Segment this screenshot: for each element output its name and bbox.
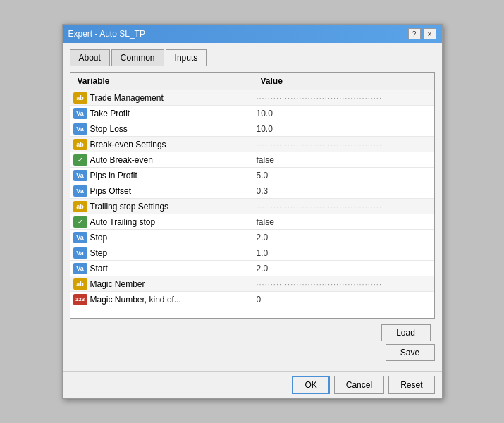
- variable-cell: VaPips in Profit: [70, 168, 254, 183]
- reset-button[interactable]: Reset: [388, 376, 434, 394]
- type-badge: Va: [73, 123, 87, 135]
- variable-name: Take Profit: [90, 109, 130, 118]
- variable-cell: ✓Auto Trailing stop: [70, 215, 254, 229]
- table-row[interactable]: abTrailing stop Settings················…: [70, 199, 434, 214]
- variable-name: Magic Number, kind of...: [90, 295, 181, 305]
- table-row[interactable]: VaPips Offset0.3: [70, 183, 434, 199]
- variable-cell: abMagic Nember: [70, 277, 254, 291]
- value-cell: ········································…: [254, 139, 434, 150]
- title-bar-buttons: ? ×: [408, 28, 436, 39]
- value-cell: false: [254, 216, 434, 228]
- col-value-header: Value: [258, 75, 430, 87]
- variable-cell: VaStart: [70, 262, 254, 276]
- table-row[interactable]: ✓Auto Trailing stopfalse: [70, 214, 434, 230]
- table-row[interactable]: abBreak-even Settings···················…: [70, 137, 434, 152]
- type-badge: 123: [73, 294, 87, 305]
- variable-name: Trade Management: [90, 93, 164, 103]
- value-cell: 2.0: [254, 262, 434, 275]
- variable-name: Auto Trailing stop: [90, 217, 156, 227]
- table-row[interactable]: VaStop2.0: [70, 230, 434, 245]
- value-cell: 2.0: [254, 231, 434, 244]
- table-row[interactable]: VaPips in Profit5.0: [70, 168, 434, 183]
- dialog-body: About Common Inputs Variable Value abTra…: [63, 43, 442, 371]
- variable-name: Trailing stop Settings: [90, 202, 169, 212]
- inputs-table: Variable Value abTrade Management·······…: [70, 72, 435, 319]
- value-cell: 10.0: [254, 107, 434, 120]
- tab-about[interactable]: About: [70, 49, 110, 66]
- table-body: abTrade Management······················…: [70, 90, 434, 307]
- variable-cell: abBreak-even Settings: [70, 137, 254, 152]
- table-row[interactable]: 123Magic Number, kind of...0: [70, 292, 434, 307]
- table-row[interactable]: abTrade Management······················…: [70, 90, 434, 106]
- value-cell: ········································…: [254, 278, 434, 290]
- variable-cell: VaStop: [70, 231, 254, 245]
- variable-name: Start: [90, 264, 108, 274]
- variable-name: Magic Nember: [90, 279, 145, 289]
- type-badge: Va: [73, 263, 87, 274]
- variable-name: Break-even Settings: [90, 140, 166, 149]
- type-badge: ab: [73, 92, 87, 104]
- cancel-button[interactable]: Cancel: [334, 376, 384, 394]
- tab-bar: About Common Inputs: [70, 49, 435, 66]
- value-cell: ········································…: [254, 92, 434, 104]
- variable-name: Step: [90, 248, 108, 258]
- load-button[interactable]: Load: [381, 324, 431, 341]
- title-bar: Expert - Auto SL_TP ? ×: [63, 25, 442, 43]
- variable-cell: 123Magic Number, kind of...: [70, 293, 254, 307]
- variable-cell: VaPips Offset: [70, 184, 254, 198]
- ok-button[interactable]: OK: [292, 376, 329, 394]
- variable-name: Stop: [90, 233, 108, 243]
- table-row[interactable]: VaStep1.0: [70, 245, 434, 261]
- value-cell: 0.3: [254, 185, 434, 197]
- variable-name: Stop Loss: [90, 124, 128, 134]
- type-badge: Va: [73, 185, 87, 197]
- type-badge: Va: [73, 247, 87, 259]
- tab-common[interactable]: Common: [111, 49, 164, 66]
- tab-inputs[interactable]: Inputs: [166, 49, 207, 66]
- value-cell: ········································…: [254, 201, 434, 212]
- close-button[interactable]: ×: [424, 28, 436, 39]
- table-row[interactable]: VaTake Profit10.0: [70, 106, 434, 121]
- value-cell: 10.0: [254, 123, 434, 135]
- variable-cell: VaStop Loss: [70, 122, 254, 136]
- dialog-window: Expert - Auto SL_TP ? × About Common Inp…: [62, 24, 443, 399]
- value-cell: 0: [254, 293, 434, 306]
- variable-name: Auto Break-even: [90, 155, 153, 165]
- variable-name: Pips Offset: [90, 186, 131, 196]
- type-badge: ab: [73, 201, 87, 212]
- type-badge: ab: [73, 139, 87, 150]
- type-badge: Va: [73, 108, 87, 119]
- value-cell: false: [254, 154, 434, 166]
- table-row[interactable]: abMagic Nember··························…: [70, 276, 434, 292]
- type-badge: ✓: [73, 216, 87, 228]
- value-cell: 1.0: [254, 247, 434, 259]
- variable-cell: VaStep: [70, 246, 254, 260]
- variable-cell: ✓Auto Break-even: [70, 153, 254, 167]
- value-cell: 5.0: [254, 169, 434, 182]
- col-variable-header: Variable: [75, 75, 258, 87]
- type-badge: ab: [73, 278, 87, 290]
- table-row[interactable]: VaStart2.0: [70, 261, 434, 276]
- variable-cell: VaTake Profit: [70, 106, 254, 121]
- type-badge: ✓: [73, 154, 87, 166]
- footer: OK Cancel Reset: [63, 371, 442, 398]
- save-button[interactable]: Save: [386, 344, 435, 361]
- help-button[interactable]: ?: [408, 28, 421, 39]
- table-row[interactable]: ✓Auto Break-evenfalse: [70, 152, 434, 168]
- variable-cell: abTrailing stop Settings: [70, 200, 254, 214]
- variable-cell: abTrade Management: [70, 91, 254, 105]
- type-badge: Va: [73, 232, 87, 243]
- table-header: Variable Value: [70, 73, 434, 90]
- table-row[interactable]: VaStop Loss10.0: [70, 121, 434, 137]
- variable-name: Pips in Profit: [90, 171, 137, 180]
- dialog-title: Expert - Auto SL_TP: [68, 29, 145, 39]
- type-badge: Va: [73, 170, 87, 181]
